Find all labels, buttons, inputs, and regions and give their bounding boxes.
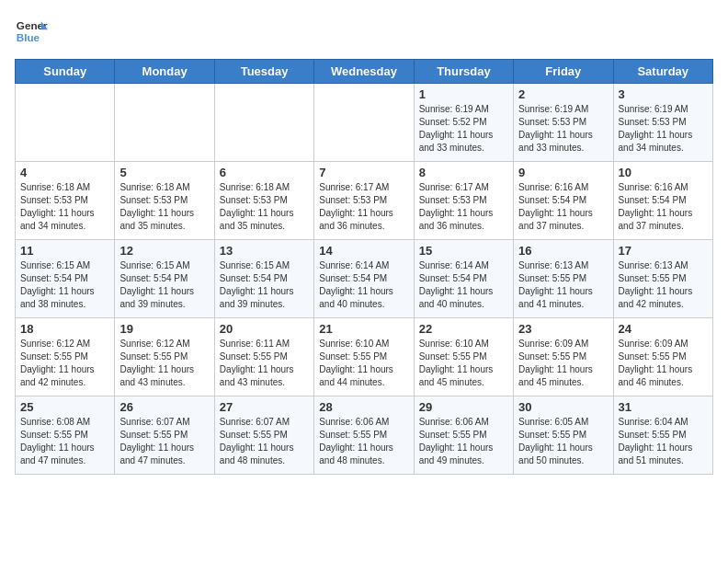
day-info: Sunrise: 6:06 AM Sunset: 5:55 PM Dayligh…: [419, 416, 508, 467]
calendar-cell: 3Sunrise: 6:19 AM Sunset: 5:53 PM Daylig…: [613, 84, 712, 162]
day-number: 9: [518, 166, 608, 179]
header-day-wednesday: Wednesday: [314, 60, 414, 84]
day-number: 1: [419, 87, 508, 101]
calendar-cell: 27Sunrise: 6:07 AM Sunset: 5:55 PM Dayli…: [214, 396, 313, 475]
day-number: 4: [20, 166, 109, 179]
day-number: 7: [319, 166, 408, 179]
calendar-body: 1Sunrise: 6:19 AM Sunset: 5:52 PM Daylig…: [16, 84, 713, 475]
day-number: 8: [419, 166, 508, 179]
calendar-cell: [115, 84, 214, 162]
calendar-table: SundayMondayTuesdayWednesdayThursdayFrid…: [15, 59, 713, 475]
logo: General Blue: [15, 15, 48, 48]
calendar-cell: 6Sunrise: 6:18 AM Sunset: 5:53 PM Daylig…: [214, 162, 313, 240]
calendar-cell: 22Sunrise: 6:10 AM Sunset: 5:55 PM Dayli…: [414, 318, 513, 396]
calendar-cell: 1Sunrise: 6:19 AM Sunset: 5:52 PM Daylig…: [414, 84, 513, 162]
day-info: Sunrise: 6:12 AM Sunset: 5:55 PM Dayligh…: [119, 338, 209, 389]
calendar-cell: 5Sunrise: 6:18 AM Sunset: 5:53 PM Daylig…: [115, 162, 214, 240]
calendar-cell: 17Sunrise: 6:13 AM Sunset: 5:55 PM Dayli…: [613, 240, 712, 318]
calendar-cell: 20Sunrise: 6:11 AM Sunset: 5:55 PM Dayli…: [214, 318, 313, 396]
day-number: 20: [220, 322, 309, 336]
header-day-monday: Monday: [115, 60, 214, 84]
calendar-cell: 19Sunrise: 6:12 AM Sunset: 5:55 PM Dayli…: [115, 318, 214, 396]
calendar-cell: [214, 84, 313, 162]
week-row-1: 1Sunrise: 6:19 AM Sunset: 5:52 PM Daylig…: [16, 84, 713, 162]
day-info: Sunrise: 6:06 AM Sunset: 5:55 PM Dayligh…: [319, 416, 408, 467]
calendar-cell: 25Sunrise: 6:08 AM Sunset: 5:55 PM Dayli…: [16, 396, 115, 475]
day-info: Sunrise: 6:11 AM Sunset: 5:55 PM Dayligh…: [220, 338, 309, 389]
day-info: Sunrise: 6:09 AM Sunset: 5:55 PM Dayligh…: [619, 338, 708, 389]
day-number: 21: [319, 322, 408, 336]
day-number: 22: [419, 322, 508, 336]
day-number: 14: [319, 244, 408, 258]
header-day-saturday: Saturday: [613, 60, 712, 84]
day-number: 30: [518, 400, 608, 414]
calendar-cell: 18Sunrise: 6:12 AM Sunset: 5:55 PM Dayli…: [16, 318, 115, 396]
day-info: Sunrise: 6:09 AM Sunset: 5:55 PM Dayligh…: [518, 338, 608, 389]
day-number: 31: [619, 400, 708, 414]
day-number: 25: [20, 400, 109, 414]
day-info: Sunrise: 6:08 AM Sunset: 5:55 PM Dayligh…: [20, 416, 109, 467]
day-info: Sunrise: 6:15 AM Sunset: 5:54 PM Dayligh…: [119, 259, 209, 311]
day-number: 6: [220, 166, 309, 179]
day-info: Sunrise: 6:15 AM Sunset: 5:54 PM Dayligh…: [20, 259, 109, 311]
day-number: 16: [518, 244, 608, 258]
day-info: Sunrise: 6:19 AM Sunset: 5:53 PM Dayligh…: [619, 103, 708, 155]
day-number: 3: [619, 87, 708, 101]
day-number: 13: [220, 244, 309, 258]
day-number: 17: [619, 244, 708, 258]
calendar-cell: 11Sunrise: 6:15 AM Sunset: 5:54 PM Dayli…: [16, 240, 115, 318]
calendar-cell: 12Sunrise: 6:15 AM Sunset: 5:54 PM Dayli…: [115, 240, 214, 318]
day-info: Sunrise: 6:12 AM Sunset: 5:55 PM Dayligh…: [20, 338, 109, 389]
day-info: Sunrise: 6:18 AM Sunset: 5:53 PM Dayligh…: [20, 181, 109, 233]
calendar-cell: 13Sunrise: 6:15 AM Sunset: 5:54 PM Dayli…: [214, 240, 313, 318]
day-number: 10: [619, 166, 708, 179]
header-day-tuesday: Tuesday: [214, 60, 313, 84]
day-info: Sunrise: 6:17 AM Sunset: 5:53 PM Dayligh…: [319, 181, 408, 233]
calendar-cell: 14Sunrise: 6:14 AM Sunset: 5:54 PM Dayli…: [314, 240, 414, 318]
week-row-4: 18Sunrise: 6:12 AM Sunset: 5:55 PM Dayli…: [16, 318, 713, 396]
day-info: Sunrise: 6:13 AM Sunset: 5:55 PM Dayligh…: [619, 259, 708, 311]
week-row-2: 4Sunrise: 6:18 AM Sunset: 5:53 PM Daylig…: [16, 162, 713, 240]
day-info: Sunrise: 6:10 AM Sunset: 5:55 PM Dayligh…: [319, 338, 408, 389]
day-info: Sunrise: 6:10 AM Sunset: 5:55 PM Dayligh…: [419, 338, 508, 389]
svg-text:Blue: Blue: [17, 31, 40, 43]
day-number: 27: [220, 400, 309, 414]
day-info: Sunrise: 6:17 AM Sunset: 5:53 PM Dayligh…: [419, 181, 508, 233]
day-info: Sunrise: 6:16 AM Sunset: 5:54 PM Dayligh…: [518, 181, 608, 233]
logo-icon: General Blue: [15, 15, 48, 48]
calendar-cell: 29Sunrise: 6:06 AM Sunset: 5:55 PM Dayli…: [414, 396, 513, 475]
day-info: Sunrise: 6:18 AM Sunset: 5:53 PM Dayligh…: [119, 181, 209, 233]
day-info: Sunrise: 6:13 AM Sunset: 5:55 PM Dayligh…: [518, 259, 608, 311]
calendar-cell: 9Sunrise: 6:16 AM Sunset: 5:54 PM Daylig…: [514, 162, 613, 240]
day-info: Sunrise: 6:14 AM Sunset: 5:54 PM Dayligh…: [319, 259, 408, 311]
header-row: SundayMondayTuesdayWednesdayThursdayFrid…: [16, 60, 713, 84]
day-number: 18: [20, 322, 109, 336]
calendar-cell: 8Sunrise: 6:17 AM Sunset: 5:53 PM Daylig…: [414, 162, 513, 240]
calendar-cell: 21Sunrise: 6:10 AM Sunset: 5:55 PM Dayli…: [314, 318, 414, 396]
week-row-5: 25Sunrise: 6:08 AM Sunset: 5:55 PM Dayli…: [16, 396, 713, 475]
calendar-cell: 30Sunrise: 6:05 AM Sunset: 5:55 PM Dayli…: [514, 396, 613, 475]
day-info: Sunrise: 6:19 AM Sunset: 5:52 PM Dayligh…: [419, 103, 508, 155]
day-info: Sunrise: 6:19 AM Sunset: 5:53 PM Dayligh…: [518, 103, 608, 155]
day-number: 26: [119, 400, 209, 414]
day-info: Sunrise: 6:15 AM Sunset: 5:54 PM Dayligh…: [220, 259, 309, 311]
day-info: Sunrise: 6:14 AM Sunset: 5:54 PM Dayligh…: [419, 259, 508, 311]
day-number: 23: [518, 322, 608, 336]
day-info: Sunrise: 6:16 AM Sunset: 5:54 PM Dayligh…: [619, 181, 708, 233]
header-day-thursday: Thursday: [414, 60, 513, 84]
calendar-cell: 16Sunrise: 6:13 AM Sunset: 5:55 PM Dayli…: [514, 240, 613, 318]
calendar-cell: [16, 84, 115, 162]
page-header: General Blue: [15, 15, 713, 48]
day-number: 24: [619, 322, 708, 336]
day-info: Sunrise: 6:07 AM Sunset: 5:55 PM Dayligh…: [119, 416, 209, 467]
calendar-cell: 10Sunrise: 6:16 AM Sunset: 5:54 PM Dayli…: [613, 162, 712, 240]
day-number: 5: [119, 166, 209, 179]
calendar-cell: 31Sunrise: 6:04 AM Sunset: 5:55 PM Dayli…: [613, 396, 712, 475]
day-number: 11: [20, 244, 109, 258]
calendar-cell: 23Sunrise: 6:09 AM Sunset: 5:55 PM Dayli…: [514, 318, 613, 396]
header-day-friday: Friday: [514, 60, 613, 84]
day-number: 12: [119, 244, 209, 258]
day-number: 19: [119, 322, 209, 336]
day-info: Sunrise: 6:07 AM Sunset: 5:55 PM Dayligh…: [220, 416, 309, 467]
day-number: 28: [319, 400, 408, 414]
